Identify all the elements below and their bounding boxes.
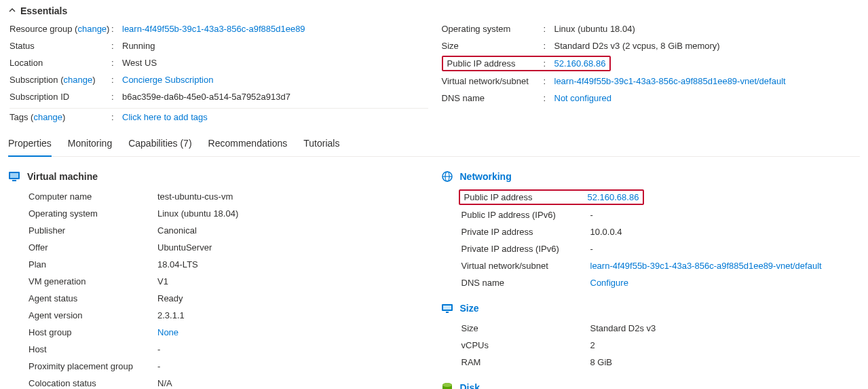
- prop-row: Public IP address (IPv6)-: [441, 206, 861, 223]
- value-size: Standard D2s v3 (2 vcpus, 8 GiB memory): [550, 41, 720, 51]
- prop-label: Private IP address: [461, 227, 590, 237]
- change-resource-group[interactable]: change: [77, 24, 107, 34]
- svg-rect-1: [10, 173, 18, 178]
- essentials-row-location: Location : West US: [10, 54, 428, 71]
- prop-label: Offer: [29, 242, 157, 253]
- prop-label: Colocation status: [29, 378, 157, 388]
- prop-row: OfferUbuntuServer: [8, 239, 428, 256]
- prop-row: Computer nametest-ubuntu-cus-vm: [8, 188, 428, 205]
- prop-label: Virtual network/subnet: [461, 261, 590, 271]
- prop-label: DNS name: [461, 278, 590, 288]
- prop-label: vCPUs: [461, 340, 590, 350]
- prop-label: Host group: [29, 327, 157, 337]
- prop-label: Agent version: [29, 310, 157, 320]
- prop-row: DNS nameConfigure: [441, 274, 861, 291]
- prop-value: 8 GiB: [590, 357, 613, 367]
- prop-row: VM generationV1: [8, 273, 428, 290]
- prop-value[interactable]: None: [157, 327, 178, 337]
- tab-properties[interactable]: Properties: [8, 132, 52, 157]
- section-disk[interactable]: Disk: [441, 371, 861, 389]
- prop-value: -: [590, 210, 593, 220]
- change-tags[interactable]: change: [33, 112, 62, 122]
- section-size[interactable]: Size: [441, 291, 861, 320]
- prop-row: Virtual network/subnetlearn-4f49f55b-39c…: [441, 257, 861, 274]
- tab-capabilities[interactable]: Capabilities (7): [128, 132, 191, 156]
- prop-value[interactable]: Configure: [590, 278, 628, 288]
- prop-label: Size: [461, 323, 590, 333]
- svg-rect-2: [12, 180, 16, 181]
- prop-row: RAM8 GiB: [441, 354, 861, 371]
- prop-label: Plan: [29, 259, 157, 270]
- prop-row: SizeStandard D2s v3: [441, 320, 861, 337]
- prop-value: Linux (ubuntu 18.04): [157, 208, 238, 219]
- size-section-title[interactable]: Size: [460, 303, 479, 314]
- prop-row: Host-: [8, 341, 428, 358]
- prop-value: Standard D2s v3: [590, 323, 656, 333]
- value-dns[interactable]: Not configured: [550, 93, 612, 103]
- vm-section-title: Virtual machine: [27, 171, 98, 182]
- section-virtual-machine: Virtual machine: [8, 168, 428, 188]
- value-public-ip[interactable]: 52.160.68.86: [550, 58, 606, 69]
- prop-row: vCPUs2: [441, 337, 861, 354]
- prop-value[interactable]: 52.160.68.86: [588, 192, 639, 202]
- essentials-panel: Resource group (change) : learn-4f49f55b…: [8, 20, 860, 126]
- prop-label: Publisher: [29, 225, 157, 236]
- label-status: Status: [10, 41, 111, 51]
- change-subscription[interactable]: change: [63, 75, 92, 85]
- prop-value: 10.0.0.4: [590, 227, 622, 237]
- networking-section-title[interactable]: Networking: [460, 171, 512, 182]
- section-networking[interactable]: Networking: [441, 168, 861, 188]
- vm-icon: [8, 170, 20, 183]
- prop-row: Private IP address10.0.0.4: [441, 223, 861, 240]
- prop-label: Operating system: [29, 208, 157, 219]
- chevron-up-icon: [8, 5, 16, 16]
- prop-value: -: [590, 244, 593, 254]
- prop-label: Agent status: [29, 293, 157, 303]
- svg-point-10: [442, 383, 452, 387]
- essentials-col-right: Operating system : Linux (ubuntu 18.04) …: [442, 20, 861, 126]
- value-resource-group[interactable]: learn-4f49f55b-39c1-43a3-856c-a9f885d1ee…: [118, 24, 305, 34]
- networking-icon: [441, 170, 453, 183]
- tabs: Properties Monitoring Capabilities (7) R…: [8, 126, 860, 157]
- size-icon: [441, 302, 453, 314]
- essentials-row-tags: Tags (change) : Click here to add tags: [10, 109, 428, 126]
- prop-value: N/A: [157, 378, 172, 388]
- essentials-row-status: Status : Running: [10, 37, 428, 54]
- essentials-row-resource-group: Resource group (change) : learn-4f49f55b…: [10, 20, 428, 37]
- prop-value[interactable]: learn-4f49f55b-39c1-43a3-856c-a9f885d1ee…: [590, 261, 822, 271]
- properties-content: Virtual machine Computer nametest-ubuntu…: [8, 157, 860, 389]
- prop-value: V1: [157, 276, 168, 286]
- section-col-left: Virtual machine Computer nametest-ubuntu…: [8, 168, 428, 389]
- label-vnet: Virtual network/subnet: [442, 76, 544, 86]
- prop-label: Public IP address: [464, 192, 588, 202]
- prop-row: Public IP address52.160.68.86: [441, 188, 861, 206]
- prop-value: UbuntuServer: [157, 242, 212, 253]
- tab-tutorials[interactable]: Tutorials: [303, 132, 339, 156]
- prop-row: Colocation statusN/A: [8, 375, 428, 389]
- prop-value: 2: [590, 340, 595, 350]
- label-size: Size: [442, 41, 544, 51]
- tab-monitoring[interactable]: Monitoring: [68, 132, 112, 156]
- svg-rect-8: [446, 312, 449, 313]
- prop-value: -: [157, 344, 160, 354]
- prop-label: VM generation: [29, 276, 157, 286]
- disk-section-title[interactable]: Disk: [460, 382, 480, 389]
- essentials-col-left: Resource group (change) : learn-4f49f55b…: [10, 20, 428, 126]
- prop-row: Proximity placement group-: [8, 358, 428, 375]
- value-subscription[interactable]: Concierge Subscription: [118, 75, 213, 85]
- tab-recommendations[interactable]: Recommendations: [208, 132, 288, 156]
- prop-label: Public IP address (IPv6): [461, 210, 590, 220]
- value-vnet[interactable]: learn-4f49f55b-39c1-43a3-856c-a9f885d1ee…: [550, 76, 786, 86]
- prop-label: RAM: [461, 357, 590, 367]
- prop-label: Private IP address (IPv6): [461, 244, 590, 254]
- essentials-row-subscription-id: Subscription ID : b6ac359e-da6b-45e0-a51…: [10, 88, 428, 105]
- svg-rect-7: [443, 305, 451, 310]
- prop-row: Plan18.04-LTS: [8, 256, 428, 273]
- section-col-right: Networking Public IP address52.160.68.86…: [441, 168, 861, 389]
- essentials-row-vnet: Virtual network/subnet : learn-4f49f55b-…: [442, 73, 861, 90]
- disk-icon: [441, 382, 453, 389]
- label-location: Location: [10, 58, 111, 68]
- essentials-row-public-ip: Public IP address : 52.160.68.86: [442, 54, 861, 73]
- value-tags[interactable]: Click here to add tags: [118, 112, 208, 122]
- essentials-toggle[interactable]: Essentials: [8, 3, 860, 20]
